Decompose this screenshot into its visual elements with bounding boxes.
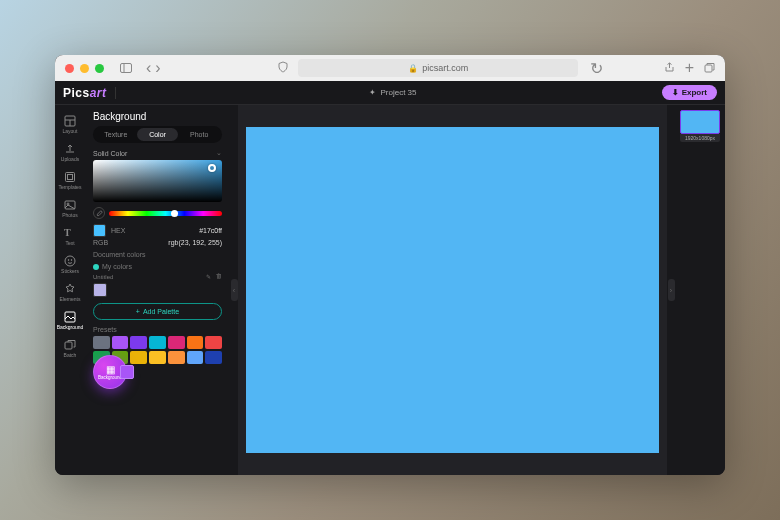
page-thumb[interactable]	[680, 110, 720, 134]
rail-text[interactable]: TText	[56, 223, 84, 249]
collapse-right-handle[interactable]: ›	[667, 105, 675, 475]
export-button[interactable]: ⬇ Export	[662, 85, 717, 100]
svg-point-12	[71, 259, 72, 260]
new-tab-icon[interactable]: +	[685, 59, 694, 77]
canvas[interactable]	[246, 127, 659, 453]
tab-photo[interactable]: Photo	[178, 128, 220, 141]
svg-rect-14	[65, 342, 72, 349]
rgb-row: RGB rgb(23, 192, 255)	[93, 239, 222, 246]
download-icon: ⬇	[672, 88, 679, 97]
svg-rect-0	[121, 64, 132, 73]
my-colors-label: My colors	[93, 263, 222, 270]
solid-color-header[interactable]: Solid Color ⌄	[93, 149, 222, 157]
zoom-traffic-light[interactable]	[95, 64, 104, 73]
svg-point-11	[68, 259, 69, 260]
minimize-traffic-light[interactable]	[80, 64, 89, 73]
rail-templates[interactable]: Templates	[56, 167, 84, 193]
mac-titlebar: ‹ › 🔒 picsart.com ↻ +	[55, 55, 725, 81]
rail-background[interactable]: Background	[56, 307, 84, 333]
sparkle-icon: ✦	[369, 88, 376, 97]
forward-icon[interactable]: ›	[155, 59, 160, 77]
rail-batch[interactable]: Batch	[56, 335, 84, 361]
saturation-value-picker[interactable]	[93, 160, 222, 202]
share-icon[interactable]	[664, 59, 675, 77]
preset-swatch[interactable]	[149, 336, 166, 349]
logo[interactable]: Picsart	[63, 87, 107, 99]
svg-rect-7	[68, 174, 73, 179]
preset-swatch[interactable]	[205, 351, 222, 364]
tab-texture[interactable]: Texture	[95, 128, 137, 141]
preset-swatch[interactable]	[187, 336, 204, 349]
sidebar-toggle-icon[interactable]	[120, 59, 132, 77]
app-window: ‹ › 🔒 picsart.com ↻ + Picsart ✦ Project …	[55, 55, 725, 475]
chevron-down-icon: ⌄	[216, 149, 222, 157]
rgb-value[interactable]: rgb(23, 192, 255)	[168, 239, 222, 246]
rail-stickers[interactable]: Stickers	[56, 251, 84, 277]
preset-swatch[interactable]	[130, 351, 147, 364]
reload-icon[interactable]: ↻	[590, 59, 603, 78]
svg-point-10	[65, 256, 75, 266]
palette-row: Untitled ✎ 🗑	[93, 273, 222, 280]
preset-swatch[interactable]	[112, 336, 129, 349]
preset-swatch[interactable]	[168, 351, 185, 364]
preset-swatch[interactable]	[187, 351, 204, 364]
dot-icon	[93, 264, 99, 270]
hex-row: HEX #17c0ff	[93, 224, 222, 237]
svg-rect-2	[705, 65, 712, 72]
presets-label: Presets	[93, 326, 222, 333]
svg-rect-6	[66, 172, 75, 181]
palette-name: Untitled	[93, 274, 113, 280]
preset-swatch[interactable]	[149, 351, 166, 364]
delete-icon[interactable]: 🗑	[216, 273, 222, 280]
rail-elements[interactable]: Elements	[56, 279, 84, 305]
preset-swatch[interactable]	[205, 336, 222, 349]
tabs-icon[interactable]	[704, 59, 715, 77]
document-color-swatch[interactable]	[120, 365, 134, 379]
app-header: Picsart ✦ Project 35 ⬇ Export	[55, 81, 725, 105]
address-bar[interactable]: 🔒 picsart.com	[298, 59, 578, 77]
preset-swatch[interactable]	[130, 336, 147, 349]
privacy-shield-icon[interactable]	[278, 59, 288, 77]
rail-uploads[interactable]: Uploads	[56, 139, 84, 165]
hue-slider[interactable]	[109, 211, 222, 216]
palette-swatch[interactable]	[93, 283, 107, 297]
lock-icon: 🔒	[408, 64, 418, 73]
pages-rail: 1920x1080px	[675, 105, 725, 475]
plus-icon: +	[136, 308, 140, 315]
sv-cursor[interactable]	[208, 164, 216, 172]
divider	[115, 87, 116, 99]
tab-color[interactable]: Color	[137, 128, 179, 141]
edit-icon[interactable]: ✎	[206, 273, 211, 280]
bg-tabs: Texture Color Photo	[93, 126, 222, 143]
eyedropper-button[interactable]	[93, 207, 105, 219]
hex-value[interactable]: #17c0ff	[199, 227, 222, 234]
close-traffic-light[interactable]	[65, 64, 74, 73]
rail-layout[interactable]: Layout	[56, 111, 84, 137]
collapse-left-handle[interactable]: ‹	[230, 105, 238, 475]
add-palette-button[interactable]: + Add Palette	[93, 303, 222, 320]
page-thumb-label: 1920x1080px	[680, 134, 720, 142]
rail-photos[interactable]: Photos	[56, 195, 84, 221]
tool-rail: Layout Uploads Templates Photos TText St…	[55, 105, 85, 475]
preset-swatch[interactable]	[168, 336, 185, 349]
hue-thumb[interactable]	[171, 210, 178, 217]
grid-icon: ▦	[106, 364, 115, 375]
current-color-swatch[interactable]	[93, 224, 106, 237]
project-name[interactable]: ✦ Project 35	[124, 88, 663, 97]
panel-title: Background	[93, 111, 222, 122]
canvas-area	[238, 105, 667, 475]
preset-swatch[interactable]	[93, 336, 110, 349]
back-icon[interactable]: ‹	[146, 59, 151, 77]
url-text: picsart.com	[422, 63, 468, 73]
background-panel: Background Texture Color Photo Solid Col…	[85, 105, 230, 475]
document-colors-label: Document colors	[93, 251, 222, 258]
